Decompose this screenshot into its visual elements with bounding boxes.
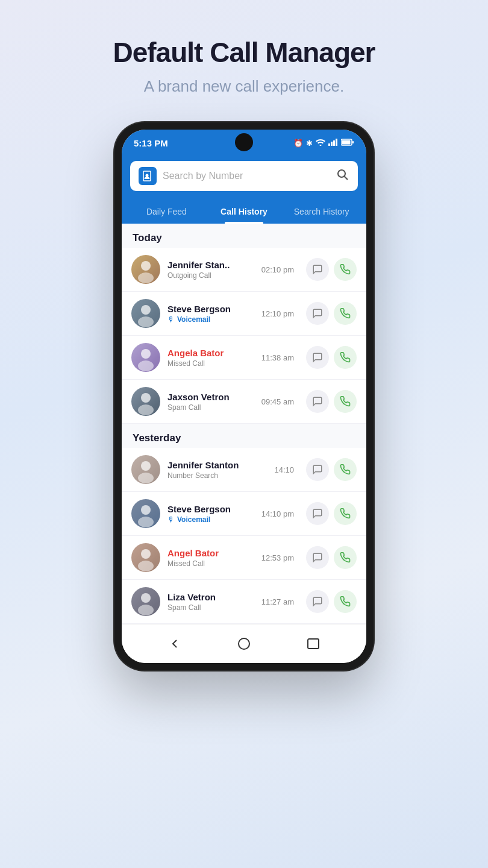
call-sub-text: Number Search — [167, 471, 218, 480]
call-name: Steve Bergson — [167, 304, 254, 314]
message-button[interactable] — [306, 590, 329, 613]
call-sub-text: Spam Call — [167, 603, 201, 612]
svg-point-27 — [239, 638, 249, 649]
call-button[interactable] — [334, 546, 357, 569]
call-item[interactable]: Angela BatorMissed Call11:38 am — [122, 336, 366, 380]
svg-point-23 — [141, 549, 151, 559]
call-sub-text: Spam Call — [167, 403, 201, 412]
svg-point-22 — [138, 517, 154, 527]
voicemail-icon: 🎙 — [167, 315, 175, 324]
section-header-1: Yesterday — [122, 424, 366, 448]
call-item[interactable]: Steve Bergson🎙Voicemail12:10 pm — [122, 292, 366, 336]
call-name: Jaxson Vetron — [167, 392, 254, 402]
message-button[interactable] — [306, 546, 329, 569]
message-button[interactable] — [306, 302, 329, 325]
alarm-icon: ⏰ — [293, 139, 303, 148]
svg-point-9 — [338, 170, 345, 177]
search-input[interactable]: Search by Number — [130, 161, 358, 191]
svg-rect-0 — [328, 143, 330, 146]
svg-point-19 — [141, 461, 151, 471]
svg-point-11 — [141, 261, 151, 271]
call-button[interactable] — [334, 590, 357, 613]
avatar — [131, 387, 160, 416]
svg-point-26 — [138, 605, 154, 615]
voicemail-label: Voicemail — [177, 315, 210, 324]
svg-point-25 — [141, 593, 151, 603]
voicemail-label: Voicemail — [177, 515, 210, 524]
status-time: 5:13 PM — [134, 138, 168, 148]
call-time: 11:38 am — [261, 353, 294, 362]
avatar — [131, 343, 160, 372]
call-name: Liza Vetron — [167, 592, 254, 602]
tabs-bar: Daily Feed Call History Search History — [122, 200, 366, 224]
message-button[interactable] — [306, 458, 329, 481]
call-sub-text: Missed Call — [167, 559, 205, 568]
tab-search-history[interactable]: Search History — [283, 200, 360, 224]
message-button[interactable] — [306, 258, 329, 281]
avatar — [131, 299, 160, 328]
call-button[interactable] — [334, 390, 357, 413]
section-header-0: Today — [122, 224, 366, 248]
search-icon[interactable] — [336, 168, 349, 184]
message-button[interactable] — [306, 346, 329, 369]
call-name: Jennifer Stanton — [167, 460, 267, 470]
svg-rect-3 — [336, 139, 337, 146]
avatar — [131, 455, 160, 484]
avatar — [131, 499, 160, 528]
svg-point-20 — [138, 473, 154, 483]
svg-rect-2 — [333, 140, 335, 146]
call-button[interactable] — [334, 258, 357, 281]
call-time: 02:10 pm — [261, 265, 294, 274]
avatar — [131, 543, 160, 572]
call-item[interactable]: Liza VetronSpam Call11:27 am — [122, 580, 366, 624]
tab-daily-feed[interactable]: Daily Feed — [128, 200, 205, 224]
search-bar-container: Search by Number — [122, 155, 366, 200]
svg-point-8 — [146, 174, 149, 177]
call-item[interactable]: Jennifer Stan..Outgoing Call02:10 pm — [122, 248, 366, 292]
call-item[interactable]: Angel BatorMissed Call12:53 pm — [122, 536, 366, 580]
call-time: 14:10 — [274, 465, 294, 474]
svg-point-18 — [138, 404, 154, 415]
svg-rect-5 — [342, 140, 351, 144]
svg-point-12 — [138, 272, 154, 283]
message-button[interactable] — [306, 502, 329, 525]
call-button[interactable] — [334, 502, 357, 525]
page-subtitle: A brand new call experience. — [144, 77, 344, 96]
avatar — [131, 587, 160, 616]
recents-button[interactable] — [302, 633, 324, 655]
call-name: Angela Bator — [167, 348, 254, 358]
call-time: 11:27 am — [261, 597, 294, 606]
svg-point-14 — [138, 316, 154, 327]
call-button[interactable] — [334, 302, 357, 325]
call-time: 12:53 pm — [261, 553, 294, 562]
svg-point-13 — [141, 305, 151, 315]
svg-rect-1 — [331, 142, 333, 146]
call-name: Angel Bator — [167, 548, 254, 558]
call-time: 09:45 am — [261, 397, 294, 406]
svg-point-15 — [141, 349, 151, 359]
call-item[interactable]: Jennifer StantonNumber Search14:10 — [122, 448, 366, 492]
call-time: 12:10 pm — [261, 309, 294, 318]
call-name: Steve Bergson — [167, 504, 254, 514]
signal-icon — [328, 139, 338, 148]
battery-icon — [341, 139, 354, 148]
call-item[interactable]: Steve Bergson🎙Voicemail14:10 pm — [122, 492, 366, 536]
call-time: 14:10 pm — [261, 509, 294, 518]
call-item[interactable]: Jaxson VetronSpam Call09:45 am — [122, 380, 366, 424]
phone-screen: 5:13 PM ⏰ ✱ — [122, 130, 366, 663]
call-button[interactable] — [334, 458, 357, 481]
message-button[interactable] — [306, 390, 329, 413]
back-button[interactable] — [164, 633, 186, 655]
avatar — [131, 255, 160, 284]
svg-point-24 — [138, 561, 154, 571]
svg-line-10 — [345, 176, 348, 180]
tab-call-history[interactable]: Call History — [205, 200, 283, 224]
svg-point-21 — [141, 505, 151, 515]
home-button[interactable] — [233, 633, 255, 655]
content-area: Today Jennifer Stan..Outgoing Call02:10 … — [122, 224, 366, 624]
bottom-nav — [122, 624, 366, 663]
search-placeholder: Search by Number — [163, 171, 330, 181]
call-button[interactable] — [334, 346, 357, 369]
call-sub-text: Outgoing Call — [167, 271, 211, 280]
call-sub-text: Missed Call — [167, 359, 205, 368]
